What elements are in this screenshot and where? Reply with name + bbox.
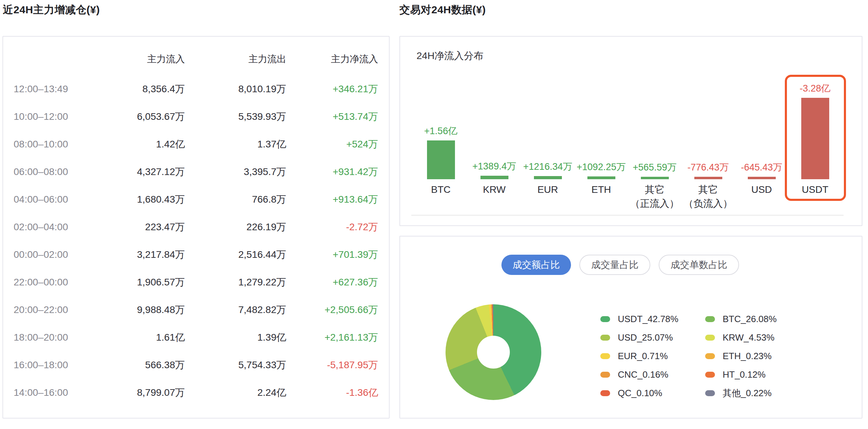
legend-label: USDT_42.78% (618, 314, 678, 325)
legend-marker (600, 372, 610, 378)
tab-volume-share[interactable]: 成交量占比 (579, 255, 650, 275)
bar-slot-BTC: +1.56亿BTC (414, 37, 468, 179)
bar-KRW[interactable] (480, 176, 508, 179)
table-row: 22:00–00:001,906.57万1,279.22万+627.36万 (14, 268, 378, 296)
outflow-cell: 226.19万 (185, 220, 286, 234)
legend-marker (600, 316, 610, 322)
bar-slot-USDT: -3.28亿USDT (788, 37, 842, 179)
table-row: 10:00–12:006,053.67万5,539.93万+513.74万 (14, 103, 378, 130)
bar-slot-EUR: +1216.34万EUR (521, 37, 574, 179)
tab-amount-share[interactable]: 成交额占比 (501, 255, 571, 275)
tab-order-count-share[interactable]: 成交单数占比 (659, 255, 739, 275)
bar-value-label: -3.28亿 (800, 82, 831, 95)
table-row: 16:00–18:00566.38万5,754.33万-5,187.95万 (14, 351, 378, 379)
table-row: 06:00–08:004,327.12万3,395.7万+931.42万 (14, 158, 378, 186)
bar-value-label: +1092.25万 (577, 161, 625, 173)
bar-其它[interactable] (641, 177, 669, 179)
legend-item-USDT[interactable]: USDT_42.78% (600, 314, 705, 325)
inflow-cell: 8,356.4万 (87, 82, 185, 96)
time-range-cell: 12:00–13:49 (14, 83, 87, 95)
header-outflow: 主力流出 (185, 53, 286, 65)
main-force-table-card: 主力流入 主力流出 主力净流入 12:00–13:498,356.4万8,010… (2, 36, 390, 419)
table-row: 00:00–02:003,217.84万2,516.44万+701.39万 (14, 241, 378, 268)
donut-hole (477, 336, 510, 369)
outflow-cell: 2.24亿 (185, 386, 286, 399)
legend-marker (705, 390, 715, 396)
net-inflow-cell: +346.21万 (286, 82, 378, 96)
time-range-cell: 02:00–04:00 (14, 221, 87, 233)
legend-item-ETH[interactable]: ETH_0.23% (705, 351, 777, 362)
legend-label: EUR_0.71% (618, 351, 668, 362)
time-range-cell: 04:00–06:00 (14, 194, 87, 205)
bar-slot-其它: +565.59万其它（正流入） (628, 37, 681, 179)
inflow-cell: 8,799.07万 (87, 386, 185, 399)
inflow-cell: 9,988.48万 (87, 303, 185, 317)
outflow-cell: 1.37亿 (185, 138, 286, 151)
bar-USD[interactable] (748, 177, 776, 179)
net-inflow-cell: -5,187.95万 (286, 358, 378, 372)
legend-item-CNC[interactable]: CNC_0.16% (600, 369, 705, 380)
legend-marker (705, 372, 715, 378)
legend-item-QC[interactable]: QC_0.10% (600, 388, 705, 399)
donut-chart[interactable] (446, 304, 541, 400)
inflow-cell: 3,217.84万 (87, 248, 185, 261)
bar-USDT[interactable] (801, 98, 829, 179)
table-row: 04:00–06:001,680.43万766.8万+913.64万 (14, 186, 378, 213)
bar-slot-其它: -776.43万其它（负流入） (681, 37, 735, 179)
legend-marker (600, 390, 610, 396)
outflow-cell: 2,516.44万 (185, 248, 286, 261)
outflow-cell: 1,279.22万 (185, 276, 286, 289)
legend-item-BTC[interactable]: BTC_26.08% (705, 314, 777, 325)
inflow-cell: 1,906.57万 (87, 276, 185, 289)
bar-slot-USD: -645.43万USD (735, 37, 788, 179)
inflow-cell: 1.42亿 (87, 138, 185, 151)
legend-marker (705, 353, 715, 359)
table-row: 02:00–04:00223.47万226.19万-2.72万 (14, 213, 378, 241)
share-tabs: 成交额占比 成交量占比 成交单数占比 (501, 255, 739, 275)
net-inflow-chart-card: 24H净流入分布 +1.56亿BTC+1389.4万KRW+1216.34万EU… (399, 36, 862, 226)
share-pie-card: 成交额占比 成交量占比 成交单数占比 USDT_42.78%BTC_26.08%… (399, 236, 862, 419)
time-range-cell: 20:00–22:00 (14, 304, 87, 315)
bar-ETH[interactable] (587, 176, 615, 179)
main-force-table: 主力流入 主力流出 主力净流入 12:00–13:498,356.4万8,010… (3, 52, 389, 406)
left-section-title: 近24H主力增减仓(¥) (3, 3, 100, 17)
right-section-title: 交易对24H数据(¥) (399, 3, 486, 17)
legend-label: QC_0.10% (618, 388, 662, 399)
outflow-cell: 1.39亿 (185, 331, 286, 344)
time-range-cell: 06:00–08:00 (14, 166, 87, 177)
legend-label: KRW_4.53% (723, 332, 774, 343)
legend-item-其他[interactable]: 其他_0.22% (705, 387, 777, 399)
net-inflow-cell: -1.36亿 (286, 386, 378, 399)
bar-EUR[interactable] (534, 176, 562, 179)
bar-value-label: -645.43万 (741, 161, 782, 174)
net-inflow-cell: +2,161.13万 (286, 331, 378, 344)
time-range-cell: 16:00–18:00 (14, 359, 87, 371)
legend-marker (600, 335, 610, 341)
net-inflow-cell: -2.72万 (286, 220, 378, 234)
net-inflow-cell: +627.36万 (286, 276, 378, 289)
legend-label: USD_25.07% (618, 332, 673, 343)
outflow-cell: 3,395.7万 (185, 165, 286, 179)
legend-label: ETH_0.23% (723, 351, 772, 362)
legend-item-KRW[interactable]: KRW_4.53% (705, 332, 777, 343)
net-inflow-cell: +701.39万 (286, 248, 378, 261)
legend-marker (705, 316, 715, 322)
bar-BTC[interactable] (427, 140, 455, 179)
net-inflow-cell: +513.74万 (286, 110, 378, 123)
legend-item-EUR[interactable]: EUR_0.71% (600, 351, 705, 362)
inflow-cell: 1.61亿 (87, 331, 185, 344)
bar-value-label: +1216.34万 (523, 160, 572, 173)
time-range-cell: 14:00–16:00 (14, 387, 87, 398)
bar-chart-axis-line (411, 215, 844, 216)
inflow-cell: 566.38万 (87, 358, 185, 372)
time-range-cell: 00:00–02:00 (14, 249, 87, 260)
bar-其它[interactable] (694, 177, 722, 179)
legend-marker (600, 353, 610, 359)
legend-item-HT[interactable]: HT_0.12% (705, 369, 777, 380)
legend-item-USD[interactable]: USD_25.07% (600, 332, 705, 343)
legend-label: 其他_0.22% (723, 387, 772, 399)
bar-category-label: USDT (777, 183, 854, 197)
legend-label: BTC_26.08% (723, 314, 777, 325)
legend-label: CNC_0.16% (618, 369, 668, 380)
outflow-cell: 8,010.19万 (185, 82, 286, 96)
